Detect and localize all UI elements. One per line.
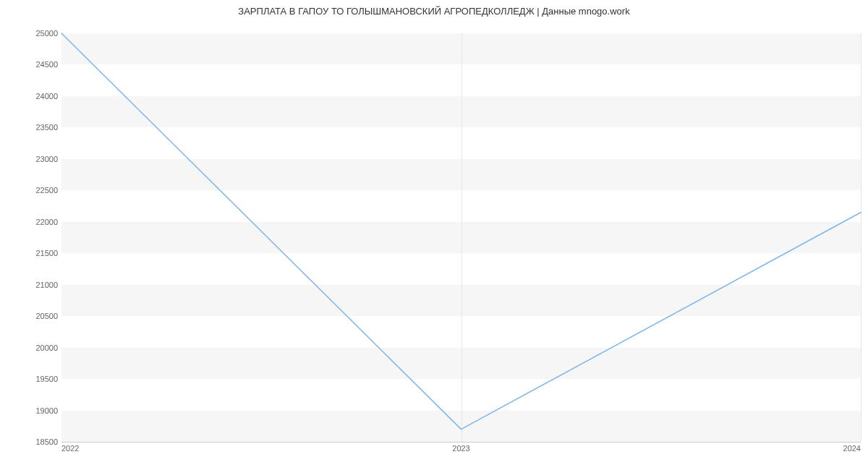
plot-area [61, 33, 861, 443]
y-tick-label: 22000 [35, 218, 58, 226]
y-tick-label: 20000 [35, 343, 58, 352]
y-tick-label: 19500 [35, 375, 58, 383]
y-tick-label: 24500 [35, 60, 58, 69]
y-tick-label: 21500 [35, 249, 58, 257]
salary-chart: ЗАРПЛАТА В ГАПОУ ТО ГОЛЫШМАНОВСКИЙ АГРОП… [0, 0, 868, 470]
y-tick-label: 20500 [35, 312, 58, 320]
x-gridline [861, 33, 861, 442]
y-tick-label: 19000 [35, 406, 58, 415]
y-tick-label: 23500 [35, 123, 58, 132]
x-axis: 202220232024 [61, 444, 861, 458]
y-tick-label: 24000 [35, 92, 58, 101]
x-tick-label: 2024 [843, 444, 861, 453]
y-axis: 1850019000195002000020500210002150022000… [0, 33, 58, 442]
y-tick-label: 21000 [35, 281, 58, 289]
y-tick-label: 25000 [35, 29, 58, 38]
series-path [61, 33, 861, 430]
chart-title: ЗАРПЛАТА В ГАПОУ ТО ГОЛЫШМАНОВСКИЙ АГРОП… [0, 6, 868, 17]
y-tick-label: 23000 [35, 155, 58, 163]
y-tick-label: 18500 [35, 437, 58, 446]
y-tick-label: 22500 [35, 186, 58, 195]
line-series [61, 33, 861, 442]
x-tick-label: 2023 [452, 444, 469, 453]
x-tick-label: 2022 [61, 444, 79, 453]
